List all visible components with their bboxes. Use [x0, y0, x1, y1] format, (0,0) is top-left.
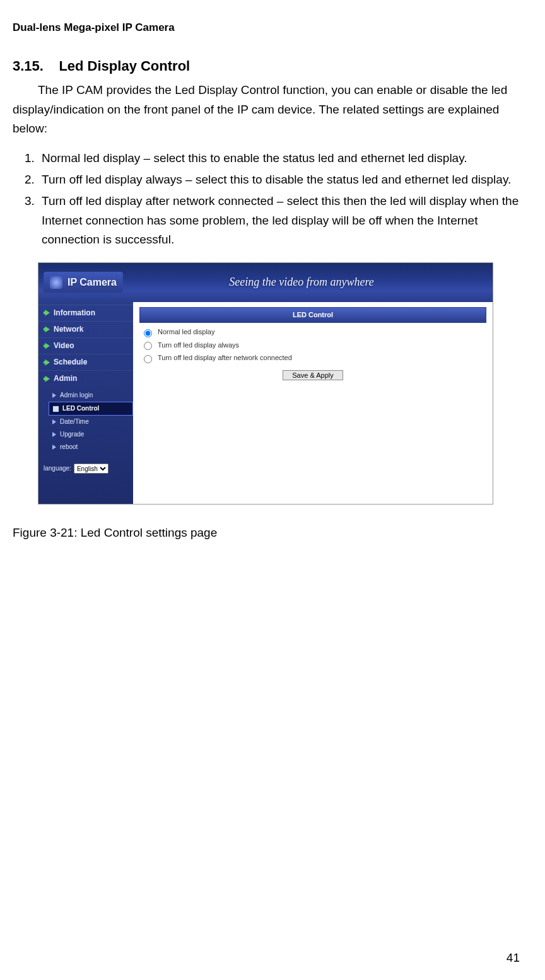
nav-label: Video [54, 340, 74, 352]
radio-input[interactable] [144, 342, 152, 350]
camera-icon [50, 276, 62, 289]
section-title: 3.15. Led Display Control [13, 55, 532, 77]
banner-logo: IP Camera [44, 272, 123, 293]
sidebar: Information Network Video Schedule Admin… [38, 302, 133, 504]
radio-option-normal[interactable]: Normal led display [141, 327, 485, 338]
radio-option-off-always[interactable]: Turn off led display always [141, 340, 485, 351]
nav-network[interactable]: Network [38, 321, 133, 337]
nav-video[interactable]: Video [38, 337, 133, 354]
panel-title: LED Control [139, 307, 486, 324]
sub-label: LED Control [62, 404, 99, 414]
radio-input[interactable] [144, 329, 152, 337]
radio-label: Normal led display [158, 327, 214, 338]
language-select[interactable]: English [74, 464, 108, 474]
list-item: Turn off led display after network conne… [38, 192, 532, 249]
nav-label: Admin [54, 373, 77, 385]
sub-date-time[interactable]: Date/Time [49, 416, 133, 428]
nav-admin[interactable]: Admin [38, 370, 133, 387]
bullet-icon [52, 419, 56, 424]
sub-label: Upgrade [60, 429, 84, 440]
sub-reboot[interactable]: reboot [49, 441, 133, 453]
app-banner: IP Camera Seeing the video from anywhere [38, 263, 493, 302]
radio-input[interactable] [144, 355, 152, 363]
doc-header: Dual-lens Mega-pixel IP Camera [13, 19, 532, 36]
language-label: language: [44, 464, 71, 474]
intro-paragraph: The IP CAM provides the Led Display Cont… [13, 81, 532, 138]
nav-label: Schedule [54, 356, 87, 368]
sub-upgrade[interactable]: Upgrade [49, 428, 133, 441]
arrow-icon [44, 359, 50, 366]
numbered-list: Normal led display – select this to enab… [13, 149, 532, 250]
bullet-icon [52, 393, 56, 398]
arrow-icon [44, 310, 50, 316]
section-number: 3.15. [13, 58, 44, 74]
arrow-icon [44, 342, 50, 349]
nav-information[interactable]: Information [38, 305, 133, 321]
bullet-icon [53, 406, 59, 412]
arrow-icon [44, 376, 50, 382]
bullet-icon [52, 445, 56, 450]
language-row: language: English [38, 457, 133, 480]
sub-led-control[interactable]: LED Control [49, 402, 133, 416]
app-window: IP Camera Seeing the video from anywhere… [38, 262, 493, 505]
content-panel: LED Control Normal led display Turn off … [133, 302, 493, 504]
radio-option-off-connected[interactable]: Turn off led display after network conne… [141, 353, 485, 364]
section-heading: Led Display Control [59, 58, 190, 74]
banner-title: IP Camera [67, 274, 117, 291]
arrow-icon [44, 326, 50, 332]
sub-label: Date/Time [60, 417, 89, 427]
figure-caption: Figure 3-21: Led Control settings page [13, 523, 532, 542]
sub-label: Admin login [60, 390, 93, 400]
nav-label: Information [54, 307, 95, 319]
save-apply-button[interactable]: Save & Apply [283, 370, 343, 380]
figure: IP Camera Seeing the video from anywhere… [38, 262, 532, 505]
button-row: Save & Apply [139, 370, 486, 382]
radio-label: Turn off led display always [158, 340, 239, 351]
app-body: Information Network Video Schedule Admin… [38, 302, 493, 504]
radio-label: Turn off led display after network conne… [158, 353, 292, 364]
bullet-icon [52, 432, 56, 437]
sub-admin-login[interactable]: Admin login [49, 389, 133, 402]
admin-submenu: Admin login LED Control Date/Time Upgrad… [49, 389, 133, 453]
banner-tagline: Seeing the video from anywhere [123, 273, 493, 291]
nav-schedule[interactable]: Schedule [38, 354, 133, 370]
nav-label: Network [54, 324, 83, 335]
list-item: Turn off led display always – select thi… [38, 170, 532, 189]
list-item: Normal led display – select this to enab… [38, 149, 532, 168]
sub-label: reboot [60, 442, 78, 452]
